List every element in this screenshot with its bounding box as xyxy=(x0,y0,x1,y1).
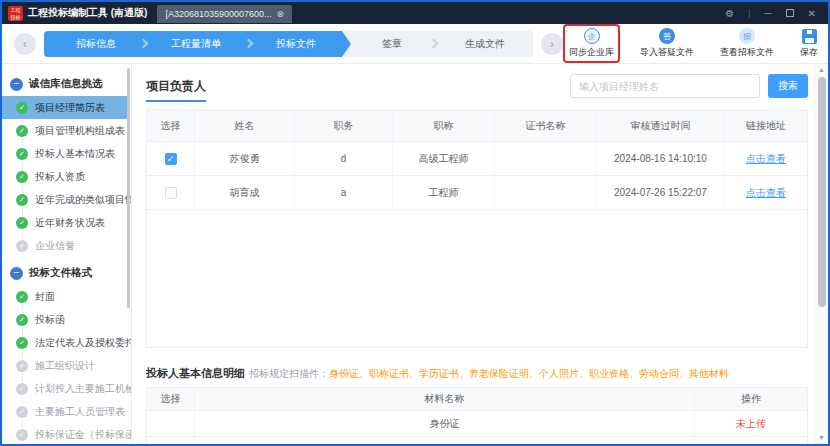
sidebar-item-financial-status[interactable]: ✓近年财务状况表 xyxy=(2,211,131,234)
cell-cert xyxy=(495,175,597,209)
sidebar-item-construction-org[interactable]: ✓施工组织设计 xyxy=(2,354,131,377)
sidebar-scrollbar-thumb[interactable] xyxy=(127,68,130,308)
toolbar: 企 同步企业库 答 导入答疑文件 招 查看招标文件 保存 xyxy=(563,24,824,63)
step-generate-file[interactable]: 生成文件 xyxy=(437,37,533,51)
sidebar-item-bidder-qualification[interactable]: ✓投标人资质 xyxy=(2,165,131,188)
sidebar-item-label: 法定代表人及授权委托书 xyxy=(35,336,131,350)
step-signature[interactable]: 签章 xyxy=(354,37,430,51)
cell-duty: d xyxy=(295,141,393,175)
sidebar-item-label: 近年财务状况表 xyxy=(35,216,105,230)
sidebar-item-bid-bond[interactable]: ✓投标保证金（投标保函） xyxy=(2,423,131,444)
cell-title: 工程师 xyxy=(393,175,495,209)
wizard-steps: 招标信息 工程量清单 投标文件 签章 生成文件 xyxy=(44,31,533,57)
col-select: 选择 xyxy=(147,388,195,410)
scan-requirement-label: 招标规定扫描件： xyxy=(249,367,329,381)
enterprise-circle-icon: 企 xyxy=(584,28,600,44)
sidebar-item-planned-machinery[interactable]: ✓计划投入主要施工机械设.. xyxy=(2,377,131,400)
col-title: 职称 xyxy=(393,111,495,141)
view-link[interactable]: 点击查看 xyxy=(731,443,771,445)
sidebar-item-cover[interactable]: ✓封面 xyxy=(2,285,131,308)
main-panel: 项目负责人 搜索 选择 姓名 职务 职称 证书名称 审核通过时间 链接地址 xyxy=(132,64,814,444)
cell-approve-time: 2024-07-26 15:22:07 xyxy=(597,175,725,209)
table-empty-area xyxy=(147,209,807,347)
sidebar-section-bid-format[interactable]: − 投标文件格式 xyxy=(2,261,131,285)
pending-circle-icon: ✓ xyxy=(16,406,28,418)
steps-next-button[interactable]: › xyxy=(541,33,563,55)
collapse-minus-icon[interactable]: − xyxy=(10,267,23,280)
check-circle-icon: ✓ xyxy=(16,102,28,114)
collapse-minus-icon[interactable]: − xyxy=(10,78,23,91)
sidebar-item-manager-resume[interactable]: ✓项目经理简历表 xyxy=(2,96,127,119)
scroll-down-icon[interactable]: ▼ xyxy=(818,432,825,444)
col-approve-time: 审核通过时间 xyxy=(597,111,725,141)
answer-bubble-icon: 答 xyxy=(659,28,675,44)
page-title: 项目负责人 xyxy=(146,78,206,102)
sidebar-item-label: 施工组织设计 xyxy=(35,359,95,373)
scan-requirement-items: 身份证、职称证书、学历证书、养老保险证明、个人照片、职业资格、劳动合同、其他材料 xyxy=(329,367,729,381)
col-select: 选择 xyxy=(147,111,195,141)
app-logo-icon: 工程 投标 xyxy=(8,6,23,21)
sidebar-item-legal-rep[interactable]: ✓法定代表人及授权委托书 xyxy=(2,331,131,354)
check-circle-icon: ✓ xyxy=(16,337,28,349)
import-qa-file-button[interactable]: 答 导入答疑文件 xyxy=(634,24,700,63)
step-bid-file-current[interactable]: 投标文件 xyxy=(252,37,340,51)
close-button[interactable]: ✕ xyxy=(808,8,816,19)
sidebar-item-mgmt-org[interactable]: ✓项目管理机构组成表 xyxy=(2,119,131,142)
tender-circle-icon: 招 xyxy=(739,28,755,44)
sidebar-section-credit-db[interactable]: − 诚信库信息挑选 xyxy=(2,72,131,96)
sidebar-item-similar-projects[interactable]: ✓近年完成的类似项目情况表 xyxy=(2,188,131,211)
sidebar-item-enterprise-credit[interactable]: ✓企业信誉 xyxy=(2,234,131,257)
check-circle-icon: ✓ xyxy=(16,194,28,206)
table-row: ✓ 职称证书 点击查看 xyxy=(147,436,807,444)
titlebar-divider: | xyxy=(748,8,750,18)
toolbar-button-label: 同步企业库 xyxy=(569,46,614,59)
sidebar-item-key-staff[interactable]: ✓主要施工人员管理表 xyxy=(2,400,131,423)
sidebar-item-bid-letter[interactable]: ✓投标函 xyxy=(2,308,131,331)
window-body: − 诚信库信息挑选 ✓项目经理简历表 ✓项目管理机构组成表 ✓投标人基本情况表 … xyxy=(2,64,828,444)
main-scrollbar[interactable]: ▲ ▼ xyxy=(814,64,828,444)
basic-info-title: 投标人基本信息明细 xyxy=(146,366,245,381)
view-tender-file-button[interactable]: 招 查看招标文件 xyxy=(714,24,780,63)
sync-enterprise-db-button[interactable]: 企 同步企业库 xyxy=(563,24,620,63)
view-link[interactable]: 点击查看 xyxy=(746,186,786,200)
pending-circle-icon: ✓ xyxy=(16,240,28,252)
save-button[interactable]: 保存 xyxy=(794,24,824,63)
scrollbar-thumb[interactable] xyxy=(818,77,826,307)
col-material-name: 材料名称 xyxy=(195,388,695,410)
row-checkbox[interactable] xyxy=(165,187,177,199)
sidebar-item-label: 投标人基本情况表 xyxy=(35,147,115,161)
step-tender-info[interactable]: 招标信息 xyxy=(52,37,140,51)
col-duty: 职务 xyxy=(295,111,393,141)
search-button[interactable]: 搜索 xyxy=(768,74,808,98)
col-link: 链接地址 xyxy=(725,111,807,141)
search-input[interactable] xyxy=(570,74,760,98)
sidebar-item-bidder-basic[interactable]: ✓投标人基本情况表 xyxy=(2,142,131,165)
table-row: 身份证 未上传 xyxy=(147,410,807,436)
sidebar-item-label: 计划投入主要施工机械设.. xyxy=(35,382,131,396)
row-checkbox[interactable]: ✓ xyxy=(165,153,177,165)
minimize-button[interactable]: ─ xyxy=(765,8,772,19)
check-circle-icon: ✓ xyxy=(16,125,28,137)
table-header-row: 选择 材料名称 操作 xyxy=(147,388,807,410)
project-tab[interactable]: [A320681035900007600... ⊗ xyxy=(157,5,292,23)
cell-name: 胡育成 xyxy=(195,175,295,209)
project-tab-label: [A320681035900007600... xyxy=(165,9,271,19)
sidebar-item-label: 投标函 xyxy=(35,313,65,327)
check-circle-icon: ✓ xyxy=(16,291,28,303)
scroll-up-icon[interactable]: ▲ xyxy=(818,64,825,76)
tab-close-icon[interactable]: ⊗ xyxy=(277,9,285,19)
settings-gear-icon[interactable]: ⚙ xyxy=(725,8,734,19)
steps-prev-button[interactable]: ‹ xyxy=(14,33,36,55)
toolbar-button-label: 保存 xyxy=(800,46,818,59)
save-floppy-icon xyxy=(802,29,817,44)
view-link[interactable]: 点击查看 xyxy=(746,152,786,166)
basic-info-table: 选择 材料名称 操作 身份证 未上传 ✓ 职称证书 点击查看 xyxy=(146,387,808,444)
maximize-button[interactable] xyxy=(786,9,794,17)
pending-circle-icon: ✓ xyxy=(16,360,28,372)
cell-name: 苏俊勇 xyxy=(195,141,295,175)
sidebar-item-label: 近年完成的类似项目情况表 xyxy=(35,193,131,207)
pending-circle-icon: ✓ xyxy=(16,429,28,441)
check-circle-icon: ✓ xyxy=(16,148,28,160)
sidebar-tree: − 诚信库信息挑选 ✓项目经理简历表 ✓项目管理机构组成表 ✓投标人基本情况表 … xyxy=(2,64,132,444)
step-boq[interactable]: 工程量清单 xyxy=(147,37,245,51)
